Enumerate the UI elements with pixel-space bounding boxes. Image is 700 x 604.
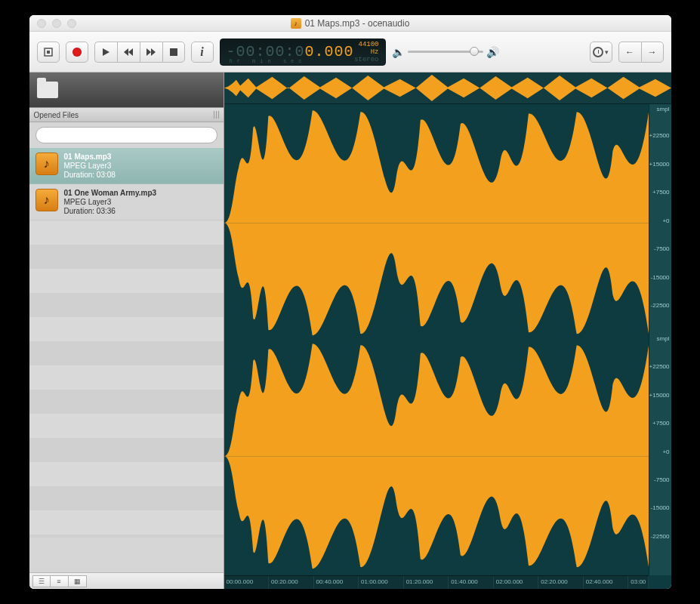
time-unit-labels: hr min sec [230, 58, 307, 64]
timeline-tick: 01:00.000 [359, 576, 404, 589]
time-value: 0.000 [305, 43, 354, 60]
amplitude-unit: smpl [657, 335, 670, 342]
time-format-info: 44100 Hz stereo [354, 41, 379, 63]
file-name: 01 Maps.mp3 [64, 153, 116, 161]
svg-marker-3 [124, 48, 128, 56]
file-duration: Duration: 03:36 [64, 207, 157, 215]
back-button[interactable]: ← [618, 42, 641, 63]
audio-file-icon: ♪ [35, 189, 58, 211]
timeline-tick: 00:00.000 [224, 576, 270, 589]
volume-mute-icon[interactable]: 🔈 [392, 46, 405, 58]
amp-tick: -22500 [648, 533, 670, 540]
view-grid-button[interactable]: ▦ [69, 575, 87, 587]
sidebar-section-label: Opened Files [34, 111, 79, 119]
rewind-button[interactable] [117, 42, 140, 63]
transport-group [94, 42, 185, 63]
search-row: Q [29, 122, 224, 148]
amp-tick: -15000 [648, 504, 670, 511]
waveform-overview[interactable] [224, 72, 671, 104]
record-button[interactable] [66, 42, 88, 63]
amp-tick: -15000 [648, 274, 670, 281]
volume-control: 🔈 🔊 [392, 46, 499, 58]
waveform-channel-left[interactable] [224, 104, 649, 342]
sidebar-section-header: Opened Files [29, 107, 224, 122]
waveform-channel-right[interactable] [224, 337, 649, 575]
clock-icon [593, 47, 603, 57]
forward-button[interactable]: → [641, 42, 664, 63]
file-list-empty-area [29, 220, 224, 538]
app-window: ♪ 01 Maps.mp3 - ocenaudio i -00:00:00.00… [29, 15, 671, 589]
view-compact-button[interactable]: ≡ [51, 575, 69, 587]
time-display[interactable]: -00:00:00.000 hr min sec 44100 Hz stereo [220, 39, 386, 66]
amp-tick: -7500 [648, 476, 670, 483]
amplitude-unit: smpl [657, 106, 670, 112]
view-list-button[interactable]: ☰ [32, 575, 51, 587]
chevron-down-icon: ▾ [605, 48, 609, 56]
waveform-pane: 🔍 [224, 72, 671, 589]
overview-waveform [224, 72, 671, 103]
timeline-tick: 00:20.000 [269, 576, 314, 589]
folder-icon[interactable] [37, 82, 58, 98]
sidebar: Opened Files Q ♪ 01 Maps.mp3 MPEG Layer3… [29, 72, 224, 589]
amp-tick: +15000 [648, 161, 670, 168]
file-meta: 01 One Woman Army.mp3 MPEG Layer3 Durati… [64, 189, 157, 215]
timeline-tick: 01:40.000 [449, 576, 494, 589]
history-button[interactable]: ▾ [590, 42, 612, 63]
volume-knob[interactable] [470, 47, 479, 56]
stop-square-button[interactable] [37, 42, 60, 63]
amp-tick: -22500 [648, 302, 670, 309]
svg-rect-1 [47, 51, 50, 54]
file-name: 01 One Woman Army.mp3 [64, 189, 157, 197]
window-title: ♪ 01 Maps.mp3 - ocenaudio [29, 18, 671, 29]
svg-marker-2 [103, 48, 109, 56]
sidebar-grip-icon[interactable] [214, 111, 219, 119]
main-area: Opened Files Q ♪ 01 Maps.mp3 MPEG Layer3… [29, 72, 671, 589]
sample-rate: 44100 Hz [354, 41, 379, 56]
timeline-tick: 01:20.000 [404, 576, 449, 589]
play-button[interactable] [94, 42, 117, 63]
volume-slider[interactable] [408, 51, 483, 53]
file-format: MPEG Layer3 [64, 162, 116, 170]
info-button[interactable]: i [191, 42, 214, 63]
amp-tick: +0 [648, 448, 670, 455]
timeline-tick: 02:40.000 [584, 576, 629, 589]
file-meta: 01 Maps.mp3 MPEG Layer3 Duration: 03:08 [64, 153, 116, 179]
waveform-body[interactable]: 🔍 [224, 104, 671, 589]
svg-marker-6 [151, 48, 156, 56]
channel-mode: stereo [354, 56, 379, 63]
sidebar-footer: ☰ ≡ ▦ [29, 572, 224, 589]
document-icon: ♪ [291, 18, 301, 29]
fast-forward-button[interactable] [140, 42, 162, 63]
timeline-tick: 02:20.000 [538, 576, 584, 589]
volume-max-icon[interactable]: 🔊 [486, 46, 499, 58]
audio-file-icon: ♪ [35, 153, 58, 175]
amp-tick: +7500 [648, 420, 670, 427]
titlebar: ♪ 01 Maps.mp3 - ocenaudio [29, 15, 671, 32]
timeline-ruler[interactable]: 00:00.000 00:20.000 00:40.000 01:00.000 … [224, 575, 649, 589]
amp-tick: +0 [648, 217, 670, 224]
amp-tick: -7500 [648, 245, 670, 252]
file-list: ♪ 01 Maps.mp3 MPEG Layer3 Duration: 03:0… [29, 148, 224, 572]
svg-marker-4 [128, 48, 133, 56]
file-item[interactable]: ♪ 01 One Woman Army.mp3 MPEG Layer3 Dura… [29, 184, 224, 220]
amp-tick: +22500 [648, 132, 670, 139]
stop-button[interactable] [162, 42, 185, 63]
sidebar-header [29, 72, 224, 107]
timeline-tick: 03:00 [628, 576, 648, 589]
timeline-tick: 00:40.000 [314, 576, 359, 589]
toolbar: i -00:00:00.000 hr min sec 44100 Hz ster… [29, 32, 671, 72]
search-input[interactable] [35, 127, 217, 143]
amp-tick: +22500 [648, 363, 670, 370]
nav-group: ← → [618, 42, 664, 63]
amplitude-scale: smpl +22500 +15000 +7500 +0 -7500 -15000… [649, 104, 671, 575]
file-format: MPEG Layer3 [64, 198, 157, 206]
file-item[interactable]: ♪ 01 Maps.mp3 MPEG Layer3 Duration: 03:0… [29, 148, 224, 184]
file-duration: Duration: 03:08 [64, 171, 116, 179]
svg-rect-7 [170, 48, 177, 56]
svg-marker-5 [146, 48, 151, 56]
amp-tick: +7500 [648, 189, 670, 196]
timeline-tick: 02:00.000 [494, 576, 539, 589]
window-title-text: 01 Maps.mp3 - ocenaudio [305, 18, 410, 29]
amp-tick: +15000 [648, 392, 670, 399]
